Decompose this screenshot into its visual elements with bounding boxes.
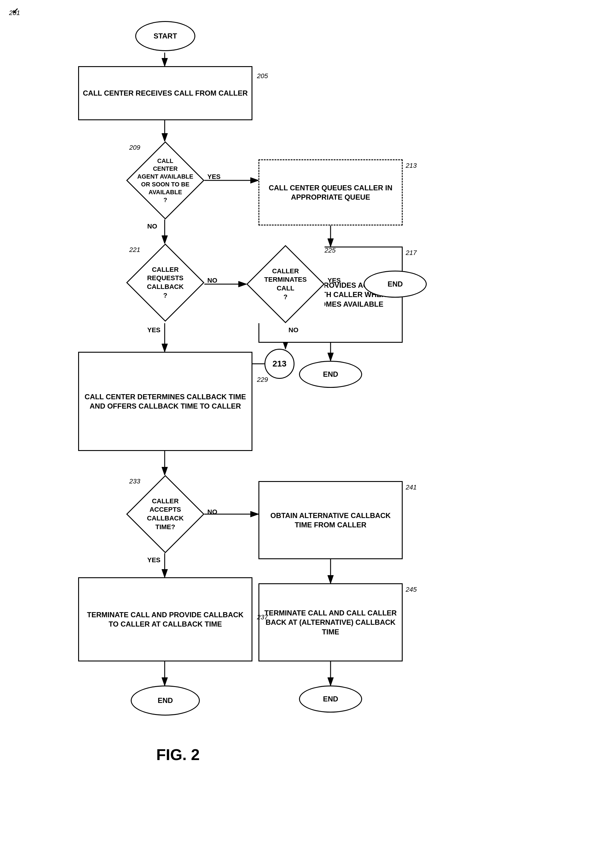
ref-237: 237 bbox=[257, 613, 268, 621]
end-node-4: END bbox=[131, 685, 200, 716]
label-no-209: NO bbox=[147, 223, 157, 230]
ref-205: 205 bbox=[257, 72, 268, 80]
end-node-3: END bbox=[299, 685, 362, 713]
label-yes-233: YES bbox=[147, 556, 161, 564]
label-yes-225: YES bbox=[328, 277, 341, 285]
end-node-2: END bbox=[364, 270, 427, 298]
figure-caption: FIG. 2 bbox=[156, 745, 200, 764]
node-241: OBTAIN ALTERNATIVE CALLBACK TIME FROM CA… bbox=[258, 481, 403, 559]
end-node-1: END bbox=[299, 361, 362, 388]
ref-245: 245 bbox=[406, 586, 417, 593]
label-yes-209: YES bbox=[208, 173, 221, 181]
node-221: CALLERREQUESTSCALLBACK? bbox=[126, 244, 204, 322]
ref-213: 213 bbox=[406, 162, 417, 170]
node-213-dashed: CALL CENTER QUEUES CALLER IN APPROPRIATE… bbox=[258, 159, 403, 226]
label-no-221: NO bbox=[208, 277, 217, 285]
node-205: CALL CENTER RECEIVES CALL FROM CALLER bbox=[78, 66, 252, 120]
diagram-container: 201 ↙ START CALL CENTER RECEIVES CALL FR… bbox=[0, 0, 592, 868]
circle-ref-213: 213 bbox=[264, 349, 295, 379]
ref-241: 241 bbox=[406, 483, 417, 491]
ref-229: 229 bbox=[257, 376, 268, 384]
ref-225: 225 bbox=[324, 247, 336, 254]
ref-217: 217 bbox=[406, 249, 417, 257]
start-node: START bbox=[135, 21, 195, 51]
label-no-225: NO bbox=[289, 326, 298, 334]
node-233: CALLERACCEPTSCALLBACKTIME? bbox=[126, 475, 204, 553]
node-225: CALLERTERMINATESCALL? bbox=[246, 245, 324, 323]
node-229: CALL CENTER DETERMINES CALLBACK TIME AND… bbox=[78, 352, 252, 451]
label-no-233: NO bbox=[208, 508, 217, 516]
label-yes-221: YES bbox=[147, 326, 161, 334]
node-209: CALLCENTERAGENT AVAILABLEOR SOON TO BEAV… bbox=[126, 141, 204, 220]
node-245: TERMINATE CALL AND CALL CALLER BACK AT (… bbox=[258, 583, 403, 661]
node-237: TERMINATE CALL AND PROVIDE CALLBACK TO C… bbox=[78, 577, 252, 661]
